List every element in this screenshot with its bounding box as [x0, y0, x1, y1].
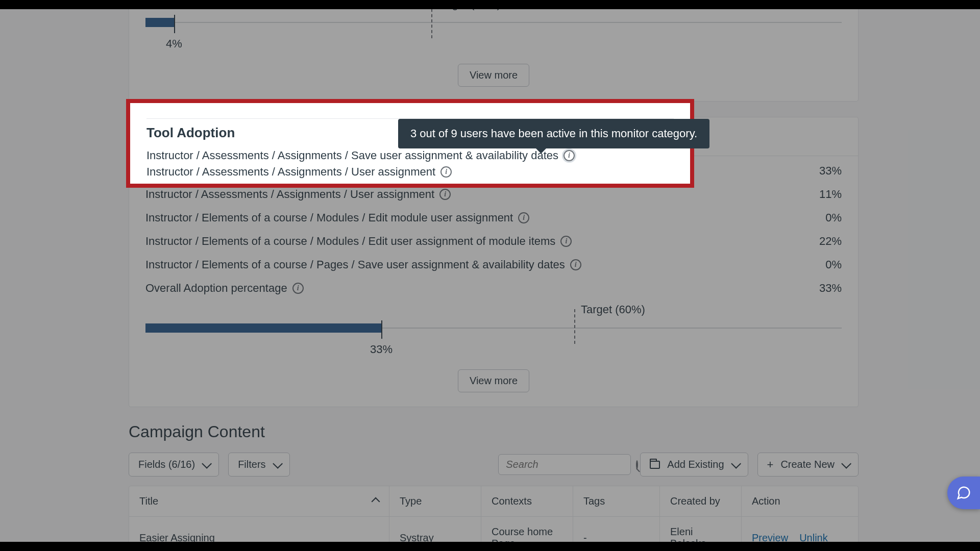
- fields-label: Fields (6/16): [138, 459, 195, 470]
- metric-row: Instructor / Assessments / Assignments /…: [145, 159, 842, 183]
- metric-label-text: Instructor / Elements of a course / Modu…: [145, 235, 555, 248]
- metric-label-text: Overall Adoption percentage: [145, 282, 287, 295]
- metric-row: Instructor / Assessments / Assignments /…: [145, 183, 842, 206]
- metric-value: 33%: [819, 164, 842, 178]
- metric-label-text: Instructor / Elements of a course / Page…: [145, 258, 565, 271]
- search-icon: [636, 460, 638, 469]
- metric-value: 33%: [819, 282, 842, 295]
- search-input-wrap[interactable]: [498, 454, 631, 475]
- chevron-down-icon: [731, 458, 741, 468]
- view-more-button[interactable]: View more: [458, 369, 529, 392]
- metric-label-text: Instructor / Elements of a course / Modu…: [145, 211, 513, 224]
- metric-row: Overall Adoption percentage i 33%: [145, 277, 842, 300]
- progress-value-label: 33%: [370, 343, 393, 356]
- metric-value: 0%: [825, 258, 842, 271]
- progress-value-label: 4%: [166, 37, 182, 51]
- filters-label: Filters: [238, 459, 265, 470]
- tooltip: 3 out of 9 users have been active in thi…: [398, 119, 709, 148]
- metric-row: Instructor / Elements of a course / Modu…: [145, 230, 842, 253]
- view-more-button[interactable]: View more: [458, 64, 529, 87]
- campaign-content-title: Campaign Content: [129, 422, 859, 441]
- col-type[interactable]: Type: [389, 486, 481, 516]
- help-fab[interactable]: [947, 477, 980, 509]
- metric-label-text: Instructor / Assessments / Assignments /…: [145, 188, 434, 201]
- info-icon[interactable]: i: [292, 283, 304, 294]
- target-label: Target (60%): [581, 303, 645, 316]
- metric-label-text: Instructor / Assessments / Assignments /…: [145, 164, 557, 178]
- add-existing-button[interactable]: Add Existing: [640, 453, 748, 477]
- col-title-label: Title: [139, 495, 158, 507]
- sort-asc-icon: [372, 497, 380, 506]
- content-table: Title Type Contexts Tags Created by Acti…: [129, 486, 859, 551]
- metric-row: Instructor / Elements of a course / Page…: [145, 253, 842, 277]
- metric-value: 0%: [825, 211, 842, 224]
- info-icon[interactable]: i: [560, 236, 572, 247]
- metric-row: Instructor / Elements of a course / Modu…: [145, 206, 842, 230]
- progress-chart-tool-adoption: Target (60%) 33%: [145, 303, 842, 349]
- create-new-button[interactable]: + Create New: [757, 453, 859, 477]
- info-icon[interactable]: i: [518, 212, 529, 223]
- chevron-down-icon: [273, 458, 283, 468]
- col-action: Action: [742, 486, 859, 516]
- info-icon[interactable]: i: [562, 165, 574, 177]
- add-existing-label: Add Existing: [667, 459, 724, 470]
- col-contexts[interactable]: Contexts: [481, 486, 573, 516]
- info-icon[interactable]: i: [439, 189, 451, 200]
- fields-dropdown[interactable]: Fields (6/16): [129, 453, 219, 477]
- table-head: Title Type Contexts Tags Created by Acti…: [129, 486, 858, 517]
- folder-icon: [650, 461, 660, 469]
- chevron-down-icon: [202, 458, 212, 468]
- create-new-label: Create New: [780, 459, 835, 470]
- info-icon[interactable]: i: [570, 259, 581, 270]
- search-input[interactable]: [506, 459, 636, 470]
- metric-value: 22%: [819, 235, 842, 248]
- chevron-down-icon: [841, 458, 851, 468]
- chat-icon: [956, 485, 971, 500]
- metric-value: 11%: [819, 188, 842, 201]
- col-title[interactable]: Title: [129, 486, 389, 516]
- filters-dropdown[interactable]: Filters: [228, 453, 289, 477]
- col-created-by[interactable]: Created by: [660, 486, 742, 516]
- plus-icon: +: [767, 459, 774, 470]
- col-tags[interactable]: Tags: [573, 486, 660, 516]
